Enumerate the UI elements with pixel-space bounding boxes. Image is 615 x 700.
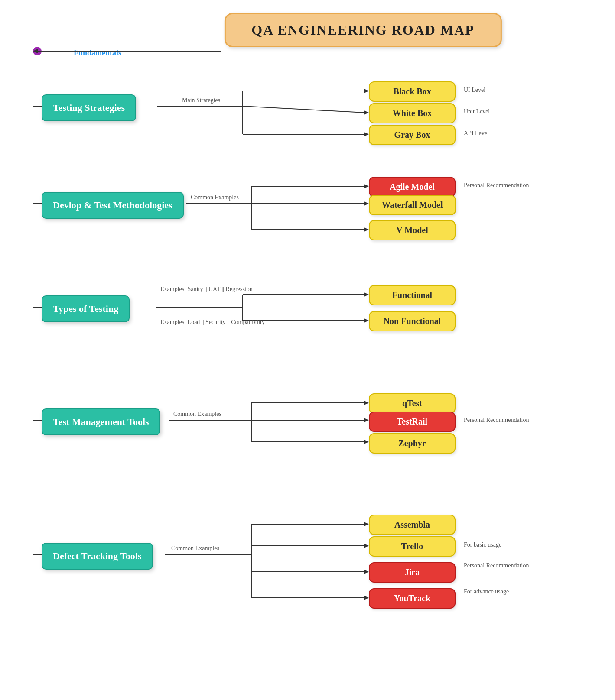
side-label-personal-rec-3: Personal Recommendation [464,417,529,424]
label-examples-functional: Examples: Sanity || UAT || Regression [160,286,253,293]
leaf-functional: Functional [369,285,456,305]
svg-marker-55 [364,570,369,574]
leaf-trello: Trello [369,536,456,557]
svg-marker-20 [364,184,369,188]
leaf-black-box: Black Box [369,81,456,102]
leaf-agile-model: Agile Model [369,177,456,197]
side-label-api-level: API Level [464,130,489,137]
node-defect-tracking-tools: Defect Tracking Tools [42,543,153,570]
leaf-qtest: qTest [369,393,456,414]
label-common-examples-3: Common Examples [173,411,221,418]
svg-marker-24 [364,227,369,232]
svg-marker-9 [364,89,369,93]
label-main-strategies: Main Strategies [182,97,220,104]
node-types-of-testing: Types of Testing [42,295,130,322]
side-label-advance-usage: For advance usage [464,588,509,595]
svg-marker-53 [364,544,369,548]
side-label-basic-usage: For basic usage [464,541,501,548]
label-common-examples-4: Common Examples [171,545,219,552]
node-test-management-tools: Test Management Tools [42,408,160,435]
leaf-gray-box: Gray Box [369,125,456,145]
svg-line-10 [243,106,364,113]
label-examples-nonfunctional: Examples: Load || Security || Compatibil… [160,319,265,326]
side-label-unit-level: Unit Level [464,108,490,115]
leaf-assembla: Assembla [369,515,456,535]
svg-marker-57 [364,596,369,600]
svg-marker-42 [364,418,369,422]
svg-marker-11 [364,110,369,115]
svg-marker-33 [364,318,369,323]
svg-marker-31 [364,292,369,297]
svg-marker-22 [364,201,369,206]
leaf-jira: Jira [369,562,456,583]
label-common-examples-1: Common Examples [191,194,239,201]
leaf-waterfall-model: Waterfall Model [369,195,456,215]
node-testing-strategies: Testing Strategies [42,94,136,121]
side-label-ui-level: UI Level [464,87,485,94]
side-label-personal-rec-4: Personal Recommendation [464,562,529,569]
leaf-youtrack: YouTrack [369,588,456,609]
node-devlop-test-methodologies: Devlop & Test Methodologies [42,192,184,219]
fundamentals-label: Fundamentals [74,49,121,58]
side-label-personal-rec-1: Personal Recommendation [464,182,529,189]
page-container: QA ENGINEERING ROAD MAP Fundamentals [0,0,615,700]
leaf-non-functional: Non Functional [369,311,456,331]
svg-marker-13 [364,132,369,136]
svg-marker-51 [364,522,369,526]
svg-marker-40 [364,401,369,405]
page-title: QA ENGINEERING ROAD MAP [224,13,501,47]
leaf-zephyr: Zephyr [369,433,456,454]
leaf-white-box: White Box [369,103,456,123]
leaf-testrail: TestRail [369,412,456,432]
leaf-v-model: V Model [369,220,456,240]
purple-dot [33,47,42,55]
svg-marker-44 [364,440,369,444]
